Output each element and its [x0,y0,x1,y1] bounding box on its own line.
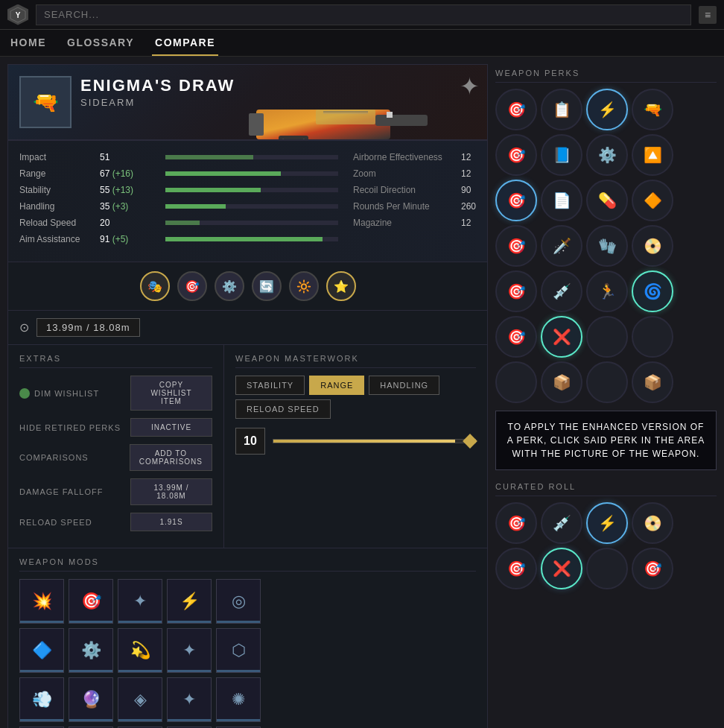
inactive-button[interactable]: INACTIVE [130,418,212,437]
perk-tooltip: TO APPLY THE ENHANCED VERSION OF A PERK,… [495,411,717,470]
weapon-star-icon: ✦ [460,72,480,101]
copy-wishlist-button[interactable]: COPYWISHLISTITEM [130,376,212,411]
dim-wishlist-row: DIM WISHLIST COPYWISHLISTITEM [19,376,212,411]
mod-14[interactable]: ✦ [167,677,212,722]
masterwork-slider[interactable] [273,439,476,443]
perk-grid-19[interactable]: 🏃 [586,270,628,312]
mod-7[interactable]: ⚙️ [69,628,113,673]
perk-3[interactable]: ⭐ [326,271,356,301]
mod-5[interactable]: ◎ [216,579,261,624]
nav-glossary[interactable]: GLOSSARY [64,30,137,56]
perk-grid-7[interactable]: ⚙️ [586,134,628,176]
perk-grid-2[interactable]: 📋 [541,89,582,130]
damage-falloff-row: DAMAGE FALLOFF 13.99m /18.08m [19,478,212,505]
perk-grid-9[interactable]: 🎯 [495,180,537,221]
damage-falloff-label: DAMAGE FALLOFF [19,487,103,496]
perk-2[interactable]: 🔆 [289,271,319,301]
curated-4[interactable]: 📀 [632,502,673,544]
mod-3[interactable]: ✦ [118,579,162,624]
perk-grid-15[interactable]: 🧤 [586,225,628,267]
perk-grid-28[interactable]: 📦 [632,361,673,403]
curated-5[interactable]: 🎯 [495,548,537,589]
main-layout: 🔫 ENIGMA'S DRAW SIDEARM [0,57,724,728]
perk-grid-12[interactable]: 🔶 [632,180,673,221]
reload-speed-value: 1.91s [130,513,212,531]
stat-range: Range 67 (+16) [19,168,338,179]
curated-3[interactable]: ⚡ [586,502,628,544]
perk-grid-8[interactable]: 🔼 [632,134,673,176]
perk-grid-27[interactable] [586,361,628,403]
perk-grid-4[interactable]: 🔫 [632,89,673,130]
mod-9[interactable]: ✦ [167,628,212,673]
perk-grid-13[interactable]: 🎯 [495,225,537,267]
mod-1[interactable]: 💥 [19,579,64,624]
mod-11[interactable]: 💨 [19,677,64,722]
weapon-header: 🔫 ENIGMA'S DRAW SIDEARM [7,64,488,140]
perk-grid-14[interactable]: 🗡️ [541,225,582,267]
nav-home[interactable]: HOME [7,30,49,56]
weapon-thumbnail: 🔫 [19,76,72,128]
hide-retired-row: HIDE RETIRED PERKS INACTIVE [19,418,212,437]
perk-grid-6[interactable]: 📘 [541,134,582,176]
mod-6[interactable]: 🔷 [19,628,64,673]
perk-grid-16[interactable]: 📀 [632,225,673,267]
mod-15[interactable]: ✺ [216,677,261,722]
masterwork-slider-container: 10 [235,428,476,455]
add-comparisons-button[interactable]: ADD TOCOMPARISONS [130,444,212,471]
mods-title: WEAPON MODS [19,557,476,572]
mod-12[interactable]: 🔮 [69,677,113,722]
menu-icon[interactable]: ≡ [699,6,717,24]
mod-4[interactable]: ⚡ [167,579,212,624]
mod-13[interactable]: ◈ [118,677,162,722]
perk-grid-10[interactable]: 📄 [541,180,582,221]
masterwork-fill [273,440,455,443]
curated-6[interactable]: ❌ [541,548,582,589]
curated-7[interactable] [586,548,628,589]
stats-left: Impact 51 Range 67 (+16) Stability 55 (+… [19,152,338,250]
stat-airborne: Airborne Effectiveness 12 [353,152,476,162]
mod-8[interactable]: 💫 [118,628,162,673]
mw-reload[interactable]: RELOAD SPEED [235,399,331,419]
extras-left: EXTRAS DIM WISHLIST COPYWISHLISTITEM HID… [8,345,224,548]
stat-aim: Aim Assistance 91 (+5) [19,234,338,244]
mod-2[interactable]: 🎯 [69,579,113,624]
perk-grid-5[interactable]: 🎯 [495,134,537,176]
curated-8[interactable]: 🎯 [632,548,673,589]
masterwork-options: STABILITY RANGE HANDLING RELOAD SPEED [235,376,476,419]
perk-grid-18[interactable]: 💉 [541,270,582,312]
svg-rect-6 [387,112,393,118]
stats-right: Airborne Effectiveness 12 Zoom 12 Recoil… [353,152,476,250]
masterwork-level: 10 [235,428,265,455]
perk-grid-23[interactable] [586,316,628,358]
extras-panel: EXTRAS DIM WISHLIST COPYWISHLISTITEM HID… [7,345,488,548]
perk-grid-21[interactable]: 🎯 [495,316,537,358]
perk-grid-17[interactable]: 🎯 [495,270,537,312]
perk-grid-25[interactable] [495,361,537,403]
left-panel: 🔫 ENIGMA'S DRAW SIDEARM [7,64,488,728]
perk-grid-20[interactable]: 🌀 [632,270,673,312]
curated-1[interactable]: 🎯 [495,502,537,544]
mw-stability[interactable]: STABILITY [235,376,305,395]
perk-grid-24[interactable] [632,316,673,358]
perk-grid-11[interactable]: 💊 [586,180,628,221]
perk-grid-26[interactable]: 📦 [541,361,582,403]
curated-2[interactable]: 💉 [541,502,582,544]
perk-1[interactable]: 🔄 [252,271,282,301]
perk-grid-3[interactable]: ⚡ [586,89,628,130]
top-bar-actions: ≡ [699,6,717,24]
reload-speed-label: RELOAD SPEED [19,518,92,527]
perk-mag[interactable]: ⚙️ [215,271,244,301]
mod-10[interactable]: ⬡ [216,628,261,673]
curated-roll-title: CURATED ROLL [495,478,717,496]
perk-barrel[interactable]: 🎭 [140,271,170,301]
search-input[interactable] [36,4,691,25]
perk-grid-1[interactable]: 🎯 [495,89,537,130]
stats-section: Impact 51 Range 67 (+16) Stability 55 (+… [7,140,488,262]
nav-compare[interactable]: COMPARE [152,30,218,56]
mw-handling[interactable]: HANDLING [369,376,439,395]
mw-range[interactable]: RANGE [309,376,364,395]
svg-text:Y: Y [16,11,21,19]
perk-grid-22[interactable]: ❌ [541,316,582,358]
masterwork-thumb [463,434,477,449]
perk-sight[interactable]: 🎯 [177,271,207,301]
